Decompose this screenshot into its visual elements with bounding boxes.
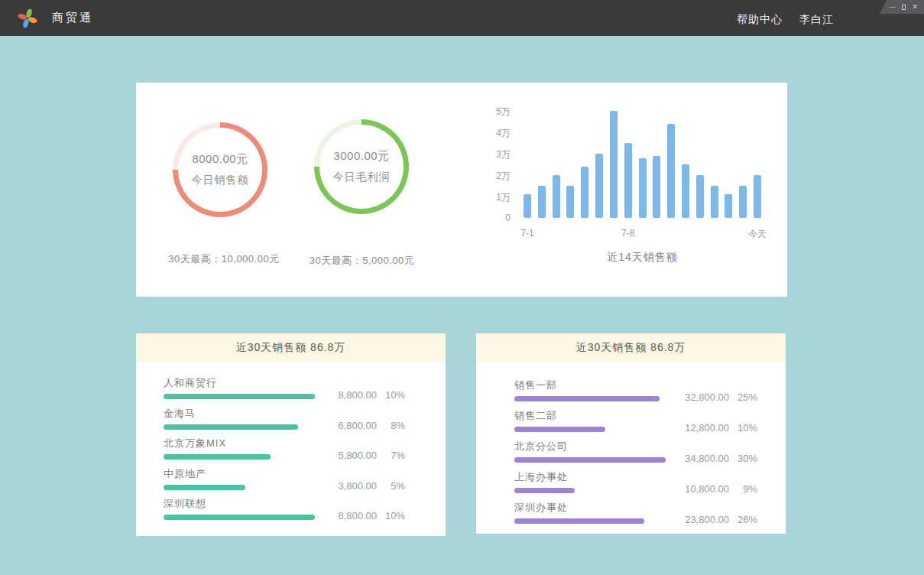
today-sales-value: 8000.00元 xyxy=(192,152,248,167)
rank-row-bar xyxy=(514,396,660,401)
y-tick-label: 0 xyxy=(476,213,511,223)
rank-row-value: 3,800.005% xyxy=(322,480,405,492)
rank-row-percent: 5% xyxy=(382,480,405,492)
department-rank-card: 近30天销售额 86.8万 销售一部32,800.0025%销售二部12,800… xyxy=(476,333,786,534)
rank-row-name: 北京万象MIX xyxy=(164,437,405,449)
customer-rank-title: 近30天销售额 86.8万 xyxy=(136,333,446,362)
x-tick-label: 7-8 xyxy=(621,228,634,239)
bar xyxy=(610,111,618,218)
rank-row-bar xyxy=(164,424,298,430)
bar-chart-x-axis: 7-17-8今天 xyxy=(524,228,761,240)
bar-chart-plot xyxy=(524,111,761,218)
rank-row-bar xyxy=(514,457,666,463)
rank-row-percent: 8% xyxy=(382,420,405,431)
rank-row-name: 深圳办事处 xyxy=(514,502,757,513)
customer-rank-card: 近30天销售额 86.8万 人和商贸行8,800.0010%金海马6,800.0… xyxy=(136,333,446,536)
rank-row-value: 6,800.008% xyxy=(322,420,405,431)
rank-row-amount: 10,800.00 xyxy=(674,483,729,495)
bar xyxy=(653,156,660,218)
x-tick-label: 7-1 xyxy=(520,228,533,239)
rank-row-value: 34,800.0030% xyxy=(674,453,757,464)
y-tick-label: 2万 xyxy=(476,170,511,183)
rank-row-bar xyxy=(164,485,245,490)
title-bar: 商贸通 帮助中心 李白江 — ✕ xyxy=(0,0,924,36)
customer-rank-body: 人和商贸行8,800.0010%金海马6,800.008%北京万象MIX5,80… xyxy=(136,362,446,528)
app-window: 商贸通 帮助中心 李白江 — ✕ 8000.00元 今日销售额 30天最高：10… xyxy=(0,0,924,575)
rank-row-name: 人和商贸行 xyxy=(164,377,405,388)
rank-row-amount: 8,800.00 xyxy=(322,510,377,521)
rank-row: 上海办事处10,800.009% xyxy=(514,471,757,502)
rank-row-value: 8,800.0010% xyxy=(322,510,405,521)
rank-row: 金海马6,800.008% xyxy=(164,408,405,438)
bar xyxy=(725,194,732,218)
today-sales-label: 今日销售额 xyxy=(192,174,249,187)
bar xyxy=(524,194,531,218)
maximize-icon[interactable] xyxy=(902,5,906,10)
bar xyxy=(553,175,560,218)
bar-chart-y-axis: 5万4万3万2万1万0 xyxy=(476,111,511,218)
rank-row-percent: 10% xyxy=(382,389,405,401)
today-profit-donut: 3000.00元 今日毛利润 xyxy=(314,119,409,214)
bar-chart-caption: 近14天销售额 xyxy=(524,251,761,265)
bar xyxy=(754,175,761,218)
bar xyxy=(595,154,603,218)
rank-row-value: 23,800.0026% xyxy=(674,514,757,525)
rank-row: 深圳办事处23,800.0026% xyxy=(514,502,757,532)
rank-row-name: 金海马 xyxy=(164,408,405,419)
rank-row-amount: 6,800.00 xyxy=(322,420,377,431)
y-tick-label: 5万 xyxy=(476,106,511,119)
rank-row-value: 8,800.0010% xyxy=(322,389,405,401)
rank-row-percent: 10% xyxy=(382,510,405,521)
bar xyxy=(711,186,718,218)
y-tick-label: 3万 xyxy=(476,148,511,161)
bar xyxy=(667,124,675,218)
rank-row-amount: 3,800.00 xyxy=(322,480,377,492)
rank-row-bar xyxy=(164,394,315,399)
rank-row: 中原地产3,800.005% xyxy=(164,468,405,499)
bar xyxy=(538,186,546,218)
rank-row-amount: 5,800.00 xyxy=(322,450,377,461)
close-icon[interactable]: ✕ xyxy=(912,3,918,11)
rank-row: 北京分公司34,800.0030% xyxy=(514,440,757,471)
rank-row-name: 上海办事处 xyxy=(514,471,757,482)
today-profit-donut-center: 3000.00元 今日毛利润 xyxy=(319,125,404,209)
help-center-link[interactable]: 帮助中心 xyxy=(737,13,783,27)
rank-row-percent: 7% xyxy=(382,450,405,461)
department-rank-body: 销售一部32,800.0025%销售二部12,800.0010%北京分公司34,… xyxy=(476,362,786,532)
rank-row-amount: 8,800.00 xyxy=(322,389,377,401)
rank-row-name: 销售二部 xyxy=(514,410,757,421)
bar xyxy=(696,175,704,218)
rank-row-name: 深圳联想 xyxy=(164,498,405,509)
rank-row-value: 12,800.0010% xyxy=(674,422,757,434)
minimize-icon[interactable]: — xyxy=(889,3,896,11)
rank-row-percent: 25% xyxy=(734,391,757,403)
rank-row-percent: 26% xyxy=(734,514,757,525)
rank-row: 人和商贸行8,800.0010% xyxy=(164,377,405,408)
rank-row-amount: 23,800.00 xyxy=(674,514,729,525)
top-nav: 帮助中心 李白江 xyxy=(737,13,924,27)
bar xyxy=(624,143,632,218)
today-summary-card: 8000.00元 今日销售额 30天最高：10,000.00元 3000.00元… xyxy=(136,83,787,297)
rank-row-percent: 9% xyxy=(734,483,757,495)
app-title: 商贸通 xyxy=(52,11,93,25)
rank-row: 深圳联想8,800.0010% xyxy=(164,498,405,528)
rank-row-percent: 10% xyxy=(734,422,757,434)
bar xyxy=(566,186,574,218)
rank-row-value: 32,800.0025% xyxy=(674,391,757,403)
y-tick-label: 1万 xyxy=(476,191,511,204)
window-controls: — ✕ xyxy=(880,0,924,14)
rank-row-bar xyxy=(514,427,605,432)
rank-row-amount: 34,800.00 xyxy=(674,453,729,464)
rank-row-amount: 32,800.00 xyxy=(674,391,729,403)
rank-row: 北京万象MIX5,800.007% xyxy=(164,437,405,468)
rank-row: 销售一部32,800.0025% xyxy=(514,379,757,410)
rank-row-bar xyxy=(164,515,315,520)
bar xyxy=(739,186,747,218)
today-sales-donut-center: 8000.00元 今日销售额 xyxy=(178,128,262,212)
rank-row-bar xyxy=(164,454,271,460)
pinwheel-logo-icon xyxy=(17,8,38,29)
rank-row-name: 中原地产 xyxy=(164,468,405,479)
rank-row-amount: 12,800.00 xyxy=(674,422,729,434)
user-name-link[interactable]: 李白江 xyxy=(799,13,834,27)
rank-row-value: 10,800.009% xyxy=(674,483,757,495)
